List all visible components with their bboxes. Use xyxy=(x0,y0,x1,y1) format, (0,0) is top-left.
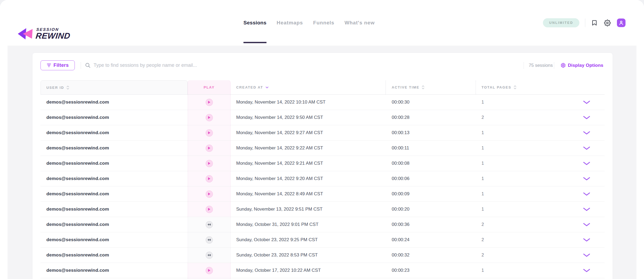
play-session-button[interactable] xyxy=(206,99,213,106)
session-active-time: 00:00:08 xyxy=(386,156,476,171)
page-content: Filters 75 sessions Display Options xyxy=(8,46,636,279)
session-user-id: demos@sessionrewind.com xyxy=(40,171,188,186)
session-row[interactable]: demos@sessionrewind.com Monday, October … xyxy=(40,263,605,278)
session-active-time: 00:00:30 xyxy=(386,95,476,110)
session-user-id: demos@sessionrewind.com xyxy=(40,217,188,232)
play-session-button[interactable] xyxy=(206,236,213,244)
play-session-button[interactable] xyxy=(206,190,213,198)
sort-desc-icon xyxy=(265,86,269,89)
column-header-total-pages[interactable]: TOTAL PAGES xyxy=(476,80,569,94)
session-total-pages: 1 xyxy=(476,171,569,186)
play-icon xyxy=(208,208,210,211)
table-header: USER ID PLAY CREATED AT ACTIVE TIME xyxy=(40,80,605,95)
expand-chevron-icon[interactable] xyxy=(583,254,590,257)
nav-tab-heatmaps[interactable]: Heatmaps xyxy=(277,0,303,46)
search-icon xyxy=(85,63,91,68)
play-session-button[interactable] xyxy=(206,114,213,121)
session-active-time: 00:00:09 xyxy=(386,186,476,201)
display-options-button[interactable]: Display Options xyxy=(559,60,605,70)
session-active-time: 00:00:32 xyxy=(386,248,476,263)
column-header-active-time[interactable]: ACTIVE TIME xyxy=(386,80,476,94)
play-session-button[interactable] xyxy=(206,145,213,152)
brand-wordmark: SESSION REWIND xyxy=(35,27,71,40)
expand-chevron-icon[interactable] xyxy=(583,116,590,119)
account-avatar[interactable] xyxy=(617,19,626,27)
session-row[interactable]: demos@sessionrewind.com Sunday, October … xyxy=(40,232,605,248)
play-icon xyxy=(208,162,210,165)
session-total-pages: 1 xyxy=(476,263,569,278)
session-row[interactable]: demos@sessionrewind.com Monday, November… xyxy=(40,125,605,141)
session-active-time: 00:00:11 xyxy=(386,141,476,156)
session-active-time: 00:00:24 xyxy=(386,232,476,247)
session-row[interactable]: demos@sessionrewind.com Monday, November… xyxy=(40,186,605,202)
play-icon xyxy=(208,101,210,104)
session-user-id: demos@sessionrewind.com xyxy=(40,156,188,171)
play-session-button[interactable] xyxy=(206,221,213,228)
session-row[interactable]: demos@sessionrewind.com Sunday, October … xyxy=(40,248,605,263)
play-icon xyxy=(208,131,210,134)
session-user-id: demos@sessionrewind.com xyxy=(40,248,188,263)
expand-chevron-icon[interactable] xyxy=(583,131,590,135)
session-play-cell xyxy=(188,248,231,263)
play-session-button[interactable] xyxy=(206,129,213,137)
session-play-cell xyxy=(188,217,231,232)
expand-chevron-icon[interactable] xyxy=(583,162,590,165)
filters-button[interactable]: Filters xyxy=(40,60,75,70)
play-session-button[interactable] xyxy=(206,252,213,259)
expand-chevron-icon[interactable] xyxy=(583,101,590,104)
session-created-at: Sunday, November 13, 2022 9:51 PM CST xyxy=(231,202,386,217)
toolbar-divider xyxy=(524,62,524,69)
bookmark-button[interactable] xyxy=(591,19,598,27)
session-created-at: Monday, November 14, 2022 8:49 AM CST xyxy=(231,186,386,201)
sort-icon xyxy=(422,85,424,89)
display-options-icon xyxy=(561,63,566,68)
nav-tab-funnels[interactable]: Funnels xyxy=(313,0,334,46)
play-session-button[interactable] xyxy=(206,267,213,274)
play-session-button[interactable] xyxy=(206,206,213,213)
brand-logo[interactable]: SESSION REWIND xyxy=(17,27,71,40)
column-header-play: PLAY xyxy=(188,80,231,94)
settings-button[interactable] xyxy=(604,19,611,27)
session-row[interactable]: demos@sessionrewind.com Monday, November… xyxy=(40,171,605,186)
session-row[interactable]: demos@sessionrewind.com Sunday, November… xyxy=(40,202,605,217)
search-input[interactable] xyxy=(93,62,326,68)
session-created-at: Monday, November 14, 2022 9:50 AM CST xyxy=(231,110,386,125)
session-row[interactable]: demos@sessionrewind.com Monday, November… xyxy=(40,156,605,171)
nav-tab-what-s-new[interactable]: What's new xyxy=(345,0,375,46)
toolbar-divider xyxy=(554,62,554,69)
session-user-id: demos@sessionrewind.com xyxy=(40,95,188,110)
session-created-at: Monday, November 14, 2022 9:27 AM CST xyxy=(231,125,386,140)
column-header-user-id[interactable]: USER ID xyxy=(40,80,188,94)
session-user-id: demos@sessionrewind.com xyxy=(40,202,188,217)
expand-chevron-icon[interactable] xyxy=(583,177,590,181)
expand-chevron-icon[interactable] xyxy=(583,192,590,196)
bookmark-icon xyxy=(591,20,597,26)
column-header-created-at[interactable]: CREATED AT xyxy=(231,80,386,94)
session-user-id: demos@sessionrewind.com xyxy=(40,186,188,201)
session-active-time: 00:00:20 xyxy=(386,202,476,217)
display-options-label: Display Options xyxy=(568,63,603,68)
session-count: 75 sessions xyxy=(529,60,553,70)
expand-chevron-icon[interactable] xyxy=(583,208,590,211)
session-created-at: Monday, November 14, 2022 9:22 AM CST xyxy=(231,141,386,156)
expand-chevron-icon[interactable] xyxy=(583,223,590,226)
gear-icon xyxy=(604,20,611,26)
expand-chevron-icon[interactable] xyxy=(583,269,590,272)
filters-label: Filters xyxy=(54,63,69,68)
expand-chevron-icon[interactable] xyxy=(583,238,590,242)
session-total-pages: 2 xyxy=(476,232,569,247)
expand-chevron-icon[interactable] xyxy=(583,146,590,150)
nav-tab-sessions[interactable]: Sessions xyxy=(243,0,267,46)
session-row[interactable]: demos@sessionrewind.com Monday, November… xyxy=(40,141,605,156)
session-row[interactable]: demos@sessionrewind.com Monday, November… xyxy=(40,110,605,125)
rewind-icon xyxy=(207,223,211,226)
created-at-header-label: CREATED AT xyxy=(236,85,263,89)
rewind-icon xyxy=(207,238,211,241)
session-total-pages: 1 xyxy=(476,125,569,140)
session-row[interactable]: demos@sessionrewind.com Monday, November… xyxy=(40,95,605,110)
session-created-at: Monday, November 14, 2022 9:21 AM CST xyxy=(231,156,386,171)
session-total-pages: 1 xyxy=(476,202,569,217)
play-session-button[interactable] xyxy=(206,160,213,167)
play-session-button[interactable] xyxy=(206,175,213,182)
session-row[interactable]: demos@sessionrewind.com Monday, October … xyxy=(40,217,605,232)
